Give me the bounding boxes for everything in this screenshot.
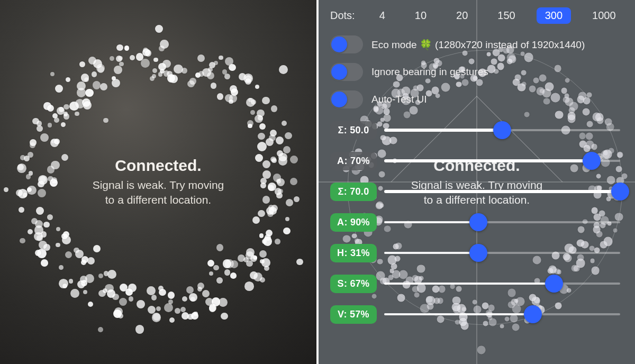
dots-label: Dots: <box>330 10 355 22</box>
status-subtitle: Signal is weak. Try moving to a differen… <box>0 178 316 208</box>
ring-dot <box>148 306 156 314</box>
ring-dot <box>222 69 227 74</box>
ring-dot <box>143 48 148 53</box>
ring-dot <box>85 274 94 283</box>
ring-dot <box>35 220 43 228</box>
ring-dot <box>250 271 258 279</box>
ring-dot <box>151 295 157 301</box>
ring-dot <box>175 308 180 314</box>
ring-dot <box>260 277 265 283</box>
dots-option[interactable]: 10 <box>406 7 435 24</box>
ring-dot <box>269 134 276 141</box>
dots-option[interactable]: 150 <box>489 7 523 24</box>
slider-track[interactable] <box>384 221 620 223</box>
slider-track[interactable] <box>384 252 620 254</box>
ring-dot <box>286 199 293 206</box>
ring-dot <box>37 121 42 126</box>
ring-dot <box>258 133 265 140</box>
ring-dot <box>77 280 85 288</box>
slider-thumb[interactable] <box>545 275 563 293</box>
ring-dot <box>40 133 49 142</box>
slider-thumb[interactable] <box>611 183 629 201</box>
switch-auto-test[interactable] <box>330 90 363 108</box>
dots-option[interactable]: 4 <box>371 7 394 24</box>
ring-dot <box>18 189 28 198</box>
toggle-auto-test: Auto-Test UI <box>330 90 620 108</box>
ring-dot <box>98 274 103 278</box>
ring-dot <box>50 179 58 187</box>
slider-track[interactable] <box>384 283 620 285</box>
ring-dot <box>82 98 90 107</box>
slider-thumb[interactable] <box>583 152 601 170</box>
ring-dot <box>30 139 37 146</box>
ring-dot <box>98 290 105 297</box>
ring-dot <box>152 68 157 73</box>
switch-knob <box>331 37 347 52</box>
ring-dot <box>209 62 215 68</box>
ring-dot <box>103 118 108 123</box>
ring-dot <box>195 72 201 78</box>
ring-dot <box>23 193 27 197</box>
ring-dot <box>265 234 271 241</box>
ring-dot <box>116 44 123 51</box>
dots-option[interactable]: 1000 <box>584 7 624 24</box>
dots-option[interactable]: 20 <box>448 7 476 24</box>
ring-dot <box>270 157 276 162</box>
ring-dot <box>28 152 33 158</box>
ring-dot <box>51 177 58 184</box>
ring-dot <box>260 183 266 188</box>
slider-thumb[interactable] <box>469 213 487 231</box>
ring-dot <box>61 122 66 127</box>
ring-dot <box>266 230 273 236</box>
slider-track[interactable] <box>384 313 620 315</box>
ring-dot <box>54 117 59 123</box>
ring-dot <box>276 136 284 144</box>
ring-dot <box>116 56 122 62</box>
ring-dot <box>273 174 282 182</box>
ring-dot <box>258 210 265 217</box>
ring-dot <box>248 124 252 128</box>
ring-dot <box>276 193 283 199</box>
ring-dot <box>160 40 168 48</box>
ring-dot <box>150 76 155 81</box>
ring-dot <box>38 175 48 185</box>
ring-dot <box>30 142 35 148</box>
switch-ignore-bearing[interactable] <box>330 63 363 81</box>
ring-dot <box>59 279 68 288</box>
ring-dot <box>248 98 253 103</box>
switch-eco-mode[interactable] <box>330 35 363 53</box>
ring-dot <box>202 68 211 77</box>
ring-dot <box>50 72 55 76</box>
ring-dot <box>191 312 198 320</box>
slider-track[interactable] <box>384 160 620 162</box>
ring-dot <box>145 50 152 57</box>
ring-dot <box>271 105 277 112</box>
ring-dot <box>270 130 277 137</box>
ring-dot <box>107 270 117 279</box>
ring-dot <box>225 57 233 66</box>
ring-dot <box>262 170 271 179</box>
dots-option-selected[interactable]: 300 <box>537 7 571 24</box>
slider-track[interactable] <box>384 129 620 131</box>
slider-badge: H: 31% <box>330 244 377 262</box>
root-split: Connected. Signal is weak. Try moving to… <box>0 0 635 364</box>
ring-dot <box>208 67 213 72</box>
debug-overlay: Dots: 4 10 20 150 300 1000 Eco mode 🍀 (1… <box>319 0 635 364</box>
ring-dot <box>219 56 223 60</box>
ring-dot <box>152 74 156 78</box>
ring-dot <box>19 207 25 213</box>
slider-track[interactable] <box>384 190 620 193</box>
ring-dot <box>231 88 238 96</box>
ring-dot <box>246 251 254 260</box>
ring-dot <box>41 259 48 266</box>
ring-dot <box>34 232 43 241</box>
slider-thumb[interactable] <box>524 305 542 323</box>
ring-dot <box>63 231 69 238</box>
ring-dot <box>39 241 47 249</box>
ring-dot <box>104 271 109 276</box>
slider-thumb[interactable] <box>469 244 487 262</box>
slider-thumb[interactable] <box>493 121 511 139</box>
ring-dot <box>190 297 195 302</box>
ring-dot <box>259 123 266 130</box>
slider-fill <box>384 129 502 132</box>
